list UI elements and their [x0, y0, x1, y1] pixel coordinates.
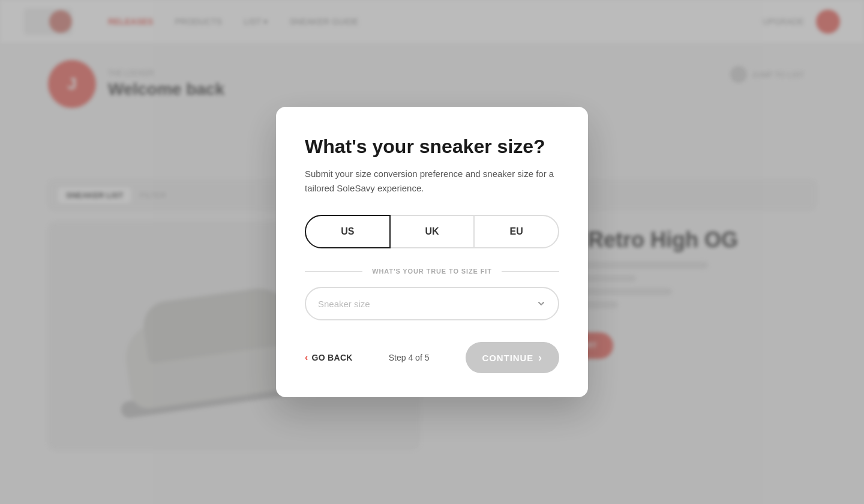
go-back-label: GO BACK	[312, 353, 353, 362]
size-toggle-uk[interactable]: UK	[391, 215, 474, 248]
divider-text: WHAT'S YOUR TRUE TO SIZE FIT	[362, 268, 502, 275]
step-indicator: Step 4 of 5	[389, 353, 430, 362]
size-toggle-group: US UK EU	[305, 215, 559, 248]
size-dropdown-wrapper[interactable]: Sneaker size 4 4.5 5 5.5 6 6.5 7 7.5 8 8…	[305, 287, 559, 320]
divider-left	[305, 271, 362, 272]
size-toggle-us[interactable]: US	[305, 215, 391, 248]
go-back-chevron-icon: ‹	[305, 352, 308, 363]
continue-chevron-icon: ›	[538, 352, 542, 364]
size-toggle-eu[interactable]: EU	[473, 215, 559, 248]
divider-label: WHAT'S YOUR TRUE TO SIZE FIT	[305, 268, 559, 275]
divider-right	[502, 271, 559, 272]
modal-overlay: What's your sneaker size? Submit your si…	[0, 0, 864, 504]
continue-button[interactable]: CONTINUE ›	[466, 342, 559, 373]
go-back-button[interactable]: ‹ GO BACK	[305, 352, 353, 363]
modal-subtitle: Submit your size conversion preference a…	[305, 167, 559, 196]
modal-title: What's your sneaker size?	[305, 136, 559, 158]
continue-label: CONTINUE	[482, 353, 534, 363]
modal-footer: ‹ GO BACK Step 4 of 5 CONTINUE ›	[305, 342, 559, 373]
size-dropdown[interactable]: Sneaker size 4 4.5 5 5.5 6 6.5 7 7.5 8 8…	[305, 287, 559, 320]
modal: What's your sneaker size? Submit your si…	[276, 107, 588, 398]
